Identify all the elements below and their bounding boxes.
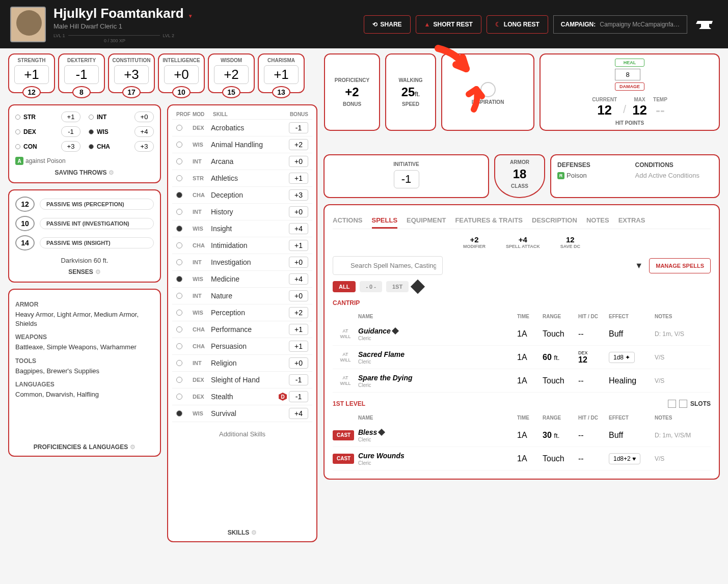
skill-intimidation[interactable]: CHA Intimidation +1 <box>172 237 312 254</box>
skill-history[interactable]: INT History +0 <box>172 204 312 220</box>
filter-icon[interactable]: ▼ <box>635 261 645 270</box>
save-int[interactable]: INT +0 <box>89 112 154 122</box>
save-con[interactable]: CON +3 <box>15 141 80 152</box>
initiative-box[interactable]: INITIATIVE -1 <box>323 154 489 198</box>
save-wis[interactable]: WIS +4 <box>89 126 154 137</box>
skill-mod: INT <box>193 360 211 366</box>
ac-value: 18 <box>498 167 541 181</box>
skill-survival[interactable]: WIS Survival +4 <box>172 405 312 422</box>
spell-row[interactable]: ATWILL GuidanceCleric 1A Touch -- Buff D… <box>333 322 711 346</box>
ability-wisdom[interactable]: WISDOM +2 15 <box>208 53 255 93</box>
skill-persuasion[interactable]: CHA Persuasion +1 <box>172 338 312 355</box>
hp-current[interactable]: 12 <box>592 102 617 118</box>
campfire-icon: ▲ <box>424 21 430 28</box>
filter-all[interactable]: ALL <box>333 281 356 292</box>
campaign-button[interactable]: CAMPAIGN: Campaigny McCampaignfa… <box>553 15 687 34</box>
short-rest-button[interactable]: ▲SHORT REST <box>416 15 481 34</box>
spell-row[interactable]: CAST BlessCleric 1A 30 ft. -- Buff D: 1m… <box>333 424 711 447</box>
damage-button[interactable]: DAMAGE <box>615 82 644 91</box>
conditions[interactable]: CONDITIONS Add Active Conditions <box>635 161 713 191</box>
spell-stat[interactable]: 12 SAVE DC <box>560 235 580 249</box>
spell-stat[interactable]: +2 MODIFIER <box>463 235 486 249</box>
skill-sleight-of-hand[interactable]: DEX Sleight of Hand -1 <box>172 372 312 388</box>
tools-list: Bagpipes, Brewer's Supplies <box>15 367 154 376</box>
col-bonus: BONUS <box>283 112 308 117</box>
spell-effect: Buff <box>609 431 655 440</box>
filter-concentration[interactable] <box>411 280 425 294</box>
tab-featurestraits[interactable]: FEATURES & TRAITS <box>455 213 523 229</box>
defenses[interactable]: DEFENSES RPoison <box>557 161 635 191</box>
skill-deception[interactable]: CHA Deception +3 <box>172 187 312 204</box>
spell-stat[interactable]: +4 SPELL ATTACK <box>506 235 540 249</box>
skill-perception[interactable]: WIS Perception +2 <box>172 304 312 321</box>
skill-name: Medicine <box>211 275 289 283</box>
skill-mod: INT <box>193 209 211 215</box>
filter-1st[interactable]: 1ST <box>386 281 409 292</box>
ability-intelligence[interactable]: INTELLIGENCE +0 10 <box>158 53 205 93</box>
character-name[interactable]: Hjulkyl Foamtankard <box>53 6 193 21</box>
ability-dexterity[interactable]: DEXTERITY -1 8 <box>58 53 105 93</box>
long-rest-button[interactable]: ☾LONG REST <box>487 15 548 34</box>
damage-box[interactable]: 1d8 ✦ <box>609 352 635 363</box>
hp-input[interactable] <box>615 69 640 80</box>
slot-2[interactable] <box>679 400 687 408</box>
save-str[interactable]: STR +1 <box>15 112 80 122</box>
spell-row[interactable]: ATWILL Spare the DyingCleric 1A Touch --… <box>333 369 711 393</box>
heal-button[interactable]: HEAL <box>615 59 644 67</box>
spell-hit: DEX12 <box>578 350 609 365</box>
anvil-icon[interactable] <box>692 14 718 35</box>
tab-actions[interactable]: ACTIONS <box>333 213 363 229</box>
cast-button[interactable]: CAST <box>333 430 354 440</box>
skill-stealth[interactable]: DEX Stealth D -1 <box>172 388 312 405</box>
spell-search-input[interactable] <box>333 256 443 275</box>
hp-max[interactable]: 12 <box>632 102 647 118</box>
speed-box[interactable]: WALKING 25ft. SPEED <box>385 53 436 131</box>
ability-constitution[interactable]: CONSTITUTION +3 17 <box>108 53 155 93</box>
skill-religion[interactable]: INT Religion +0 <box>172 355 312 372</box>
tab-spells[interactable]: SPELLS <box>372 213 398 229</box>
skill-mod: WIS <box>193 410 211 416</box>
skill-name: Sleight of Hand <box>211 376 289 384</box>
proficiency-box[interactable]: PROFICIENCY +2 BONUS <box>324 53 380 131</box>
filter-cantrip[interactable]: - 0 - <box>360 281 382 292</box>
skill-mod: STR <box>193 175 211 181</box>
skill-nature[interactable]: INT Nature +0 <box>172 288 312 304</box>
gear-icon[interactable]: ⚙ <box>130 443 136 451</box>
manage-spells-button[interactable]: MANAGE SPELLS <box>649 258 711 273</box>
skill-animal-handling[interactable]: WIS Animal Handling +2 <box>172 136 312 153</box>
cast-button[interactable]: CAST <box>333 454 354 464</box>
spell-notes: V/S <box>655 354 711 361</box>
spell-name: Spare the DyingCleric <box>358 373 517 388</box>
tab-description[interactable]: DESCRIPTION <box>532 213 577 229</box>
ac-box[interactable]: ARMOR 18 CLASS <box>494 154 545 198</box>
spell-row[interactable]: CAST Cure WoundsCleric 1A Touch -- 1d8+2… <box>333 447 711 470</box>
share-button[interactable]: ⟲SHARE <box>364 15 411 34</box>
character-avatar[interactable] <box>10 7 46 42</box>
skill-investigation[interactable]: INT Investigation +0 <box>172 254 312 271</box>
skill-athletics[interactable]: STR Athletics +1 <box>172 170 312 187</box>
add-conditions[interactable]: Add Active Conditions <box>635 172 713 179</box>
ability-strength[interactable]: STRENGTH +1 12 <box>8 53 55 93</box>
additional-skills[interactable]: Additional Skills <box>172 422 312 446</box>
tab-notes[interactable]: NOTES <box>586 213 609 229</box>
ability-charisma[interactable]: CHARISMA +1 13 <box>258 53 305 93</box>
gear-icon[interactable]: ⚙ <box>95 268 101 275</box>
skill-arcana[interactable]: INT Arcana +0 <box>172 153 312 170</box>
tab-extras[interactable]: EXTRAS <box>618 213 645 229</box>
skill-performance[interactable]: CHA Performance +1 <box>172 321 312 338</box>
spell-row[interactable]: ATWILL Sacred FlameCleric 1A 60 ft. DEX1… <box>333 346 711 369</box>
skill-bonus: -1 <box>289 122 308 133</box>
gear-icon[interactable]: ⚙ <box>251 529 257 536</box>
inspiration-box[interactable]: INSPIRATION <box>441 53 534 131</box>
damage-box[interactable]: 1d8+2 ♥ <box>609 453 640 464</box>
hp-temp[interactable]: -- <box>653 102 667 118</box>
skills-title: SKILLS⚙ <box>168 529 316 536</box>
tab-equipment[interactable]: EQUIPMENT <box>407 213 446 229</box>
save-cha[interactable]: CHA +3 <box>89 141 154 152</box>
save-dex[interactable]: DEX -1 <box>15 126 80 137</box>
skill-acrobatics[interactable]: DEX Acrobatics -1 <box>172 120 312 136</box>
gear-icon[interactable]: ⚙ <box>109 169 114 176</box>
slot-1[interactable] <box>668 400 676 408</box>
skill-medicine[interactable]: WIS Medicine +4 <box>172 271 312 288</box>
skill-insight[interactable]: WIS Insight +4 <box>172 220 312 237</box>
